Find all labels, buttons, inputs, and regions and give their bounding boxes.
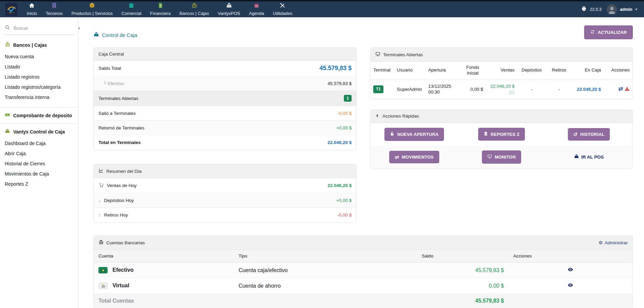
refresh-icon: [590, 29, 595, 35]
app-logo[interactable]: VANTYX: [5, 3, 18, 16]
col-tipo: Tipo: [234, 250, 417, 263]
retiros-hoy-row: ↑ Retiros Hoy -0,00 $: [94, 208, 356, 222]
corner-icon: └: [103, 81, 107, 86]
saldo-total-value: 45.579,83 $: [319, 65, 352, 72]
monitor-icon: [487, 154, 492, 160]
apertura-fecha: 13/12/2025: [428, 83, 457, 89]
terminales-table: Terminal Usuario Apertura Fondo Inicial …: [371, 62, 632, 99]
monitor-icon: [375, 52, 380, 58]
cuenta-tipo: Cuenta de ahorro: [234, 278, 417, 294]
search-input[interactable]: [13, 25, 75, 31]
sidebar-header-control-caja[interactable]: Vantyx Control de Caja: [5, 128, 73, 135]
salio-terminales-label: Salió a Terminales: [98, 111, 136, 116]
chevron-down-icon[interactable]: ▾: [635, 7, 637, 12]
nav-vantyxpos[interactable]: VantyxPOS: [214, 1, 245, 17]
bank-icon: [191, 2, 197, 10]
refresh-button[interactable]: ACTUALIZAR: [584, 25, 633, 39]
cuenta-row-virtual: Virtual Cuenta de ahorro 0,00 $: [94, 278, 632, 294]
sidebar-header-comprobante[interactable]: $ Comprobante de deposito: [5, 112, 73, 119]
nav-inicio[interactable]: Inicio: [22, 1, 41, 17]
nav-label: Productos | Servicios: [71, 11, 113, 16]
sidebar-item-abrir-caja[interactable]: Abrir Caja: [5, 148, 73, 159]
nav-label: Agenda: [249, 11, 264, 16]
monitor-button[interactable]: MONITOR: [482, 150, 521, 164]
salio-terminales-value: -0,00 $: [337, 111, 352, 116]
nueva-apertura-button[interactable]: NUEVA APERTURA: [384, 128, 444, 141]
chart-icon: [98, 168, 104, 174]
resumen-dia-card: Resumen del Día Ventas de Hoy 22.046,20 …: [93, 164, 357, 223]
calendar-icon: [253, 2, 260, 10]
warning-icon[interactable]: [624, 86, 630, 93]
sidebar-item-transferencia-interna[interactable]: Transferencia interna: [5, 92, 73, 102]
administrar-link[interactable]: ⚙ Administrar: [599, 240, 628, 245]
terminal-ventas: 22.046,20 $ (1): [486, 79, 517, 99]
nav-productos-servicios[interactable]: Productos | Servicios: [67, 1, 117, 17]
sidebar-item-reportes-z[interactable]: Reportes Z: [5, 179, 73, 189]
sidebar-header-bancos[interactable]: Bancos | Cajas: [5, 42, 73, 48]
sidebar-section-bancos: Bancos | Cajas Nueva cuenta Listado List…: [0, 42, 78, 102]
tools-icon: [280, 2, 286, 10]
caja-central-title: Caja Central: [98, 52, 124, 57]
cuentas-header-row: Cuenta Tipo Saldo Acciones: [94, 250, 632, 263]
sidebar-item-listado[interactable]: Listado: [5, 62, 73, 72]
reportes-z-button[interactable]: REPORTES Z: [478, 128, 525, 141]
sidebar-item-dashboard-caja[interactable]: Dashboard de Caja: [5, 138, 73, 148]
col-fondo-inicial: Fondo Inicial: [460, 62, 486, 79]
unlock-icon: [390, 131, 395, 137]
cuenta-saldo: 45.579,83 $: [417, 263, 509, 278]
historial-button[interactable]: ↺ HISTORIAL: [568, 128, 610, 141]
banknote-icon: $: [5, 112, 10, 119]
efectivo-row: └ Efectivo 45.579,83 $: [94, 76, 356, 91]
movimientos-button[interactable]: ⇄ MOVIMIENTOS: [389, 151, 439, 163]
arrow-up-icon: ↑: [98, 212, 101, 218]
sidebar-item-historial-cierres[interactable]: Historial de Cierres: [5, 159, 73, 169]
terminal-row: T1 SuperAdmin 13/12/2025 00:30 0,00 $ 22…: [371, 79, 632, 99]
transfer-icon[interactable]: ⇄: [618, 86, 623, 92]
nav-label: Terceros: [46, 11, 63, 16]
lightning-icon: [375, 114, 380, 119]
page-title-text: Control de Caja: [102, 32, 137, 38]
terminales-card: Terminales Abiertas Terminal Usuario Ape…: [370, 47, 633, 99]
sidebar-item-listado-registros[interactable]: Listado registros: [5, 72, 73, 82]
terminal-acciones: ⇄: [604, 79, 632, 99]
total-terminales-label: Total en Terminales: [98, 140, 141, 145]
printer-icon[interactable]: [581, 6, 587, 13]
retorno-terminales-row: Retornó de Terminales +0,00 $: [94, 121, 356, 135]
col-acciones: Acciones: [604, 62, 632, 79]
depositos-hoy-value: +0,00 $: [336, 198, 352, 203]
nav-bancos-cajas[interactable]: Bancos | Cajas: [175, 1, 213, 17]
sidebar-item-listado-categoria[interactable]: Listado registros/categoría: [5, 82, 73, 92]
user-menu[interactable]: admin: [620, 7, 632, 12]
ir-al-pos-link[interactable]: IR AL POS: [574, 154, 604, 160]
sidebar-item-nueva-cuenta[interactable]: Nueva cuenta: [5, 52, 73, 62]
avatar[interactable]: [607, 4, 617, 15]
apertura-hora: 00:30: [428, 89, 457, 95]
eye-icon[interactable]: [568, 267, 573, 274]
sidebar-divider: [0, 123, 78, 124]
col-acciones: Acciones: [509, 250, 632, 263]
cash-badge-icon: [98, 267, 108, 273]
cuenta-nombre: Virtual: [112, 283, 129, 288]
nav-utilidades[interactable]: Utilidades: [269, 1, 297, 17]
nav-label: Inicio: [27, 11, 37, 16]
box-icon: [89, 2, 95, 10]
nav-comercial[interactable]: Comercial: [117, 1, 146, 17]
svg-text:$: $: [7, 114, 8, 116]
resumen-dia-title: Resumen del Día: [106, 169, 141, 174]
nav-label: Bancos | Cajas: [179, 11, 209, 16]
nav-financiera[interactable]: Financiera: [146, 1, 175, 17]
col-retiros: Retiros: [546, 62, 572, 79]
terminales-count-badge: 1: [344, 95, 352, 102]
nav-agenda[interactable]: Agenda: [245, 1, 269, 17]
acciones-rapidas-title: Acciones Rápidas: [382, 114, 419, 119]
navbar-right: 22.0.3 admin ▾: [581, 4, 644, 15]
history-icon: ↺: [573, 132, 578, 137]
cuentas-bancarias-header: Cuentas Bancarias ⚙ Administrar: [94, 236, 632, 250]
nav-terceros[interactable]: Terceros: [41, 1, 67, 17]
bank-icon: [5, 42, 10, 48]
transfer-icon: ⇄: [395, 155, 399, 160]
sidebar-item-movimientos-caja[interactable]: Movimientos de Caja: [5, 169, 73, 179]
eye-icon[interactable]: [568, 282, 573, 289]
terminal-retiros: -: [546, 79, 572, 99]
sidebar-section-comprobante: $ Comprobante de deposito: [0, 112, 78, 119]
